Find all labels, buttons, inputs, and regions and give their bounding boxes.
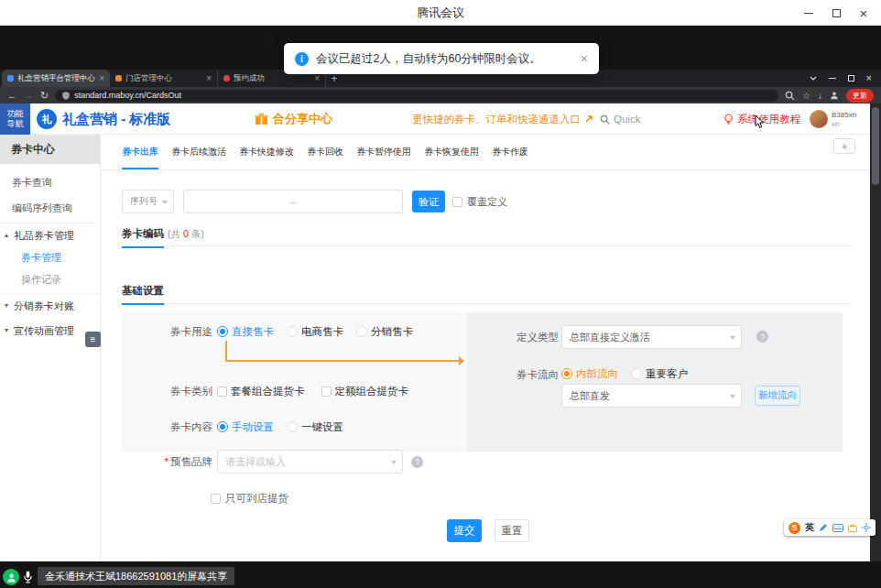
promo-link[interactable]: 更快捷的券卡、订单和快递通道入口	[412, 103, 593, 135]
browser-maximize-icon[interactable]	[848, 75, 854, 82]
browser-tab-1[interactable]: 礼盒营销平台管理中心 ×	[2, 70, 110, 87]
radio-important-customer[interactable]: 重要客户	[631, 367, 688, 381]
user-block[interactable]: B385xh xh	[810, 110, 856, 129]
sidebar-item-op-log[interactable]: 操作记录	[0, 268, 100, 290]
radio-one-click-setting[interactable]: 一键设置	[287, 420, 343, 434]
basic-section-header: 基础设置	[122, 281, 852, 304]
bookmark-star-icon[interactable]: ☆	[802, 91, 810, 101]
connector-line-vertical	[225, 341, 227, 361]
checkbox-icon[interactable]	[452, 197, 462, 207]
tab-close-icon[interactable]: ×	[99, 74, 104, 83]
sidebar-collapse-handle[interactable]: ≡	[85, 332, 101, 347]
promo-text: 更快捷的券卡、订单和快递通道入口	[412, 113, 581, 126]
back-icon[interactable]: ←	[7, 91, 17, 101]
tab-close-icon[interactable]: ×	[314, 74, 320, 83]
checkbox-combo-card[interactable]: 套餐组合提货卡	[217, 385, 305, 398]
toast-message: 会议已超过2人，自动转为60分钟限时会议。	[316, 51, 541, 67]
ime-language-toggle[interactable]: 英	[805, 521, 814, 534]
meeting-window: 腾讯会议 × 礼盒营销平台管理中心 × 门店管理中心 ×	[0, 0, 881, 588]
add-flow-button[interactable]: 新增流向	[755, 386, 800, 406]
browser-update-button[interactable]: 更新	[846, 89, 874, 103]
presale-brand-select[interactable]: 请选择或输入	[217, 450, 403, 474]
function-nav-badge[interactable]: 功能 导航	[0, 103, 30, 135]
sharer-avatar	[3, 569, 19, 585]
radio-direct-sale[interactable]: 直接售卡	[217, 325, 274, 339]
browser-minimize-icon[interactable]	[829, 78, 836, 79]
quick-label: Quick	[614, 114, 640, 125]
store-only-row[interactable]: 只可到店提货	[211, 490, 288, 506]
toolbox-icon[interactable]	[848, 524, 857, 532]
triangle-down-icon: ▾	[5, 320, 8, 342]
forward-icon[interactable]: →	[24, 91, 34, 101]
scrollbar-thumb[interactable]	[872, 107, 879, 185]
required-asterisk: *	[165, 456, 169, 467]
tab-close-icon[interactable]: ×	[206, 74, 212, 83]
url-bar[interactable]: standard.maboy.cn/CardsOut	[55, 90, 778, 102]
radio-internal-flow[interactable]: 内部流向	[561, 367, 618, 381]
search-icon	[600, 114, 610, 125]
tab-card-void[interactable]: 券卡作废	[492, 135, 528, 169]
ime-logo-icon[interactable]: S	[789, 522, 800, 534]
tab-card-outbound[interactable]: 券卡出库	[122, 135, 158, 169]
info-icon: i	[295, 52, 309, 66]
maximize-icon	[832, 9, 841, 17]
keyboard-icon[interactable]	[832, 524, 843, 532]
help-icon[interactable]: ?	[756, 331, 768, 343]
serial-type-select[interactable]: 序列号	[122, 190, 174, 213]
settings-icon[interactable]	[862, 523, 871, 532]
flow-select[interactable]: 总部直发	[561, 384, 742, 408]
serial-range-input[interactable]: –	[183, 190, 403, 213]
coding-section-header: 券卡编码(共 0 条)	[122, 224, 852, 246]
sidebar-item-card-mgmt[interactable]: 券卡管理	[0, 246, 100, 268]
sidebar-item-card-query[interactable]: 券卡查询	[0, 171, 100, 193]
checkbox-icon[interactable]	[211, 494, 221, 504]
microphone-icon	[23, 570, 33, 588]
zoom-icon[interactable]	[785, 91, 795, 101]
radio-distribution-sale[interactable]: 分销售卡	[356, 325, 413, 339]
checkbox-fixed-combo-card[interactable]: 定额组合提货卡	[321, 385, 409, 398]
usage-label: 券卡用途	[122, 325, 212, 339]
download-icon[interactable]: ↓	[818, 91, 822, 101]
quick-search[interactable]: Quick	[600, 103, 640, 135]
shared-screen-area: 礼盒营销平台管理中心 × 门店管理中心 × 预约成功 × +	[0, 26, 881, 588]
presale-brand-row: *预售品牌 请选择或输入 ?	[122, 450, 423, 474]
browser-tab-2[interactable]: 门店管理中心 ×	[110, 70, 218, 87]
usage-row: 券卡用途 直接售卡 电商售卡 分销售卡	[122, 322, 413, 341]
verify-button[interactable]: 验证	[412, 191, 445, 212]
tab-search-chevron-icon[interactable]	[810, 76, 817, 81]
browser-close-icon[interactable]: ×	[866, 73, 872, 83]
reset-button[interactable]: 重置	[495, 519, 529, 542]
store-only-label: 只可到店提货	[225, 492, 288, 506]
reload-icon[interactable]: ↻	[40, 91, 49, 101]
definition-type-select[interactable]: 总部直接定义激活	[561, 325, 742, 349]
radio-ecommerce-sale[interactable]: 电商售卡	[287, 325, 343, 339]
definition-type-label: 定义类型	[515, 331, 559, 344]
maximize-button[interactable]	[822, 0, 850, 26]
overwrite-checkbox-row[interactable]: 覆盖定义	[452, 195, 507, 209]
sidebar-group-distribution[interactable]: ▾ 分销券卡对账	[0, 295, 100, 317]
profile-icon[interactable]	[830, 91, 839, 100]
radio-manual-setting[interactable]: 手动设置	[217, 420, 274, 434]
toast-close-icon[interactable]: ×	[581, 52, 588, 65]
close-button[interactable]: ×	[850, 0, 877, 26]
sidebar-group-gift-cards[interactable]: ▴ 礼品券卡管理	[0, 224, 100, 246]
tab-card-quick-edit[interactable]: 券卡快捷修改	[239, 135, 294, 169]
help-icon[interactable]: ?	[411, 456, 423, 468]
url-text: standard.maboy.cn/CardsOut	[74, 91, 181, 100]
tab-card-resume[interactable]: 券卡恢复使用	[424, 135, 479, 169]
tab-card-activate[interactable]: 券卡后续激活	[171, 135, 226, 169]
tab-card-recycle[interactable]: 券卡回收	[307, 135, 343, 169]
panel-collapse-button[interactable]: »	[833, 138, 855, 154]
share-center-link[interactable]: 合分享中心	[255, 103, 332, 135]
close-icon: ×	[860, 6, 868, 20]
pen-icon[interactable]	[819, 523, 828, 532]
submit-button[interactable]: 提交	[447, 519, 482, 542]
category-row: 券卡类别 套餐组合提货卡 定额组合提货卡	[122, 382, 408, 400]
tab-card-pause[interactable]: 券卡暂停使用	[356, 135, 411, 169]
page-scrollbar[interactable]	[870, 103, 881, 561]
sidebar-item-serial-query[interactable]: 编码序列查询	[0, 197, 100, 219]
minimize-button[interactable]	[795, 0, 822, 26]
triangle-up-icon: ▴	[5, 224, 8, 246]
overwrite-label: 覆盖定义	[467, 195, 507, 209]
window-controls: ×	[795, 0, 877, 26]
